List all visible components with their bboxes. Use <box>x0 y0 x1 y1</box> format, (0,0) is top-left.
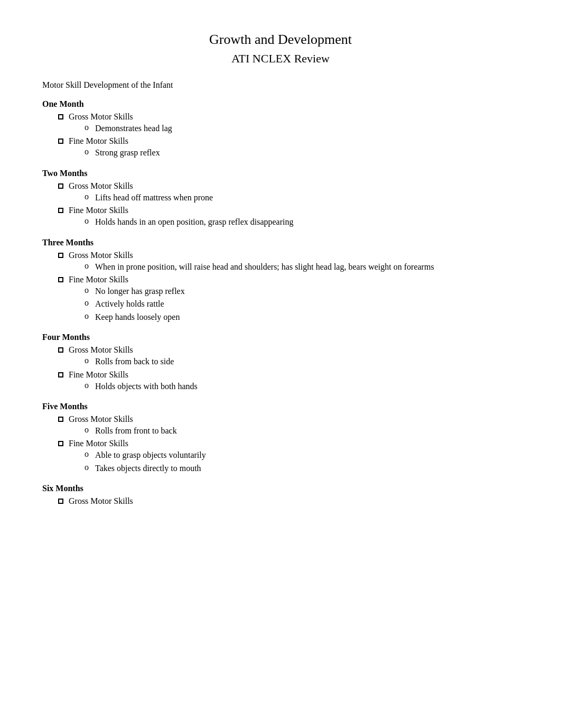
skill-category-label-0-0: Gross Motor Skills <box>69 112 133 122</box>
bullet-icon-5-0 <box>58 499 63 504</box>
skill-text-1-0-0: Lifts head off mattress when prone <box>95 192 213 204</box>
skill-category-5-0: Gross Motor Skills <box>58 496 519 506</box>
month-section-4: Five MonthsGross Motor SkillsoRolls from… <box>42 402 519 474</box>
o-bullet-icon-4-1-0: o <box>85 449 89 459</box>
o-bullet-icon-3-0-0: o <box>85 356 89 365</box>
skill-items-3-0: oRolls from back to side <box>85 356 519 367</box>
bullet-icon-2-0 <box>58 253 63 258</box>
skill-item-0-0-0: oDemonstrates head lag <box>85 123 519 134</box>
skill-item-3-0-0: oRolls from back to side <box>85 356 519 367</box>
skill-item-0-1-0: oStrong grasp reflex <box>85 147 519 159</box>
page-title: Growth and Development <box>42 32 519 48</box>
skill-text-3-1-0: Holds objects with both hands <box>95 381 198 392</box>
skill-item-2-1-1: oActively holds rattle <box>85 298 519 310</box>
skill-items-2-0: oWhen in prone position, will raise head… <box>85 261 519 273</box>
o-bullet-icon-0-1-0: o <box>85 147 89 156</box>
o-bullet-icon-2-1-0: o <box>85 285 89 295</box>
o-bullet-icon-1-0-0: o <box>85 192 89 201</box>
month-header-5: Six Months <box>42 484 519 493</box>
o-bullet-icon-4-1-1: o <box>85 463 89 472</box>
month-section-1: Two MonthsGross Motor SkillsoLifts head … <box>42 169 519 228</box>
skill-item-4-1-1: oTakes objects directly to mouth <box>85 463 519 474</box>
o-bullet-icon-1-1-0: o <box>85 216 89 226</box>
skill-items-3-1: oHolds objects with both hands <box>85 381 519 392</box>
month-section-3: Four MonthsGross Motor SkillsoRolls from… <box>42 333 519 392</box>
bullet-icon-0-1 <box>58 139 63 144</box>
skill-category-0-1: Fine Motor Skills <box>58 136 519 146</box>
skill-text-2-1-0: No longer has grasp reflex <box>95 285 185 297</box>
o-bullet-icon-2-1-1: o <box>85 298 89 308</box>
o-bullet-icon-0-0-0: o <box>85 123 89 132</box>
bullet-icon-4-1 <box>58 441 63 446</box>
bullet-icon-3-1 <box>58 372 63 377</box>
skill-text-2-0-0: When in prone position, will raise head … <box>95 261 434 273</box>
skill-items-0-0: oDemonstrates head lag <box>85 123 519 134</box>
skill-items-2-1: oNo longer has grasp reflexoActively hol… <box>85 285 519 323</box>
month-section-2: Three MonthsGross Motor SkillsoWhen in p… <box>42 238 519 324</box>
skill-category-label-0-1: Fine Motor Skills <box>69 136 128 146</box>
skill-text-4-0-0: Rolls from front to back <box>95 425 177 437</box>
month-header-1: Two Months <box>42 169 519 178</box>
skill-category-1-1: Fine Motor Skills <box>58 206 519 215</box>
skill-item-2-1-2: oKeep hands loosely open <box>85 311 519 323</box>
skill-category-label-5-0: Gross Motor Skills <box>69 496 133 506</box>
month-header-0: One Month <box>42 99 519 109</box>
skill-item-2-0-0: oWhen in prone position, will raise head… <box>85 261 519 273</box>
skill-text-3-0-0: Rolls from back to side <box>95 356 174 367</box>
skill-text-0-1-0: Strong grasp reflex <box>95 147 160 159</box>
intro-text: Motor Skill Development of the Infant <box>42 80 519 90</box>
bullet-icon-2-1 <box>58 277 63 282</box>
bullet-icon-4-0 <box>58 417 63 422</box>
month-header-3: Four Months <box>42 333 519 342</box>
skill-category-label-4-0: Gross Motor Skills <box>69 414 133 424</box>
skill-item-4-0-0: oRolls from front to back <box>85 425 519 437</box>
o-bullet-icon-4-0-0: o <box>85 425 89 435</box>
month-header-4: Five Months <box>42 402 519 411</box>
skill-item-3-1-0: oHolds objects with both hands <box>85 381 519 392</box>
month-section-5: Six MonthsGross Motor Skills <box>42 484 519 506</box>
page-subtitle: ATI NCLEX Review <box>42 52 519 66</box>
skill-category-4-0: Gross Motor Skills <box>58 414 519 424</box>
skill-text-2-1-1: Actively holds rattle <box>95 298 164 310</box>
skill-item-1-1-0: oHolds hands in an open position, grasp … <box>85 216 519 228</box>
months-container: One MonthGross Motor SkillsoDemonstrates… <box>42 99 519 506</box>
skill-category-label-4-1: Fine Motor Skills <box>69 439 128 448</box>
skill-text-0-0-0: Demonstrates head lag <box>95 123 172 134</box>
skill-category-label-2-0: Gross Motor Skills <box>69 251 133 260</box>
o-bullet-icon-3-1-0: o <box>85 381 89 390</box>
skill-category-0-0: Gross Motor Skills <box>58 112 519 122</box>
skill-items-4-1: oAble to grasp objects voluntarilyoTakes… <box>85 449 519 474</box>
skill-items-4-0: oRolls from front to back <box>85 425 519 437</box>
skill-category-2-0: Gross Motor Skills <box>58 251 519 260</box>
skill-item-1-0-0: oLifts head off mattress when prone <box>85 192 519 204</box>
month-section-0: One MonthGross Motor SkillsoDemonstrates… <box>42 99 519 159</box>
skill-text-2-1-2: Keep hands loosely open <box>95 311 180 323</box>
skill-category-label-1-1: Fine Motor Skills <box>69 206 128 215</box>
o-bullet-icon-2-0-0: o <box>85 261 89 271</box>
skill-category-label-3-1: Fine Motor Skills <box>69 370 128 380</box>
skill-category-3-0: Gross Motor Skills <box>58 345 519 355</box>
skill-category-label-2-1: Fine Motor Skills <box>69 275 128 284</box>
skill-category-1-0: Gross Motor Skills <box>58 181 519 191</box>
skill-category-label-3-0: Gross Motor Skills <box>69 345 133 355</box>
bullet-icon-0-0 <box>58 114 63 119</box>
skill-category-label-1-0: Gross Motor Skills <box>69 181 133 191</box>
month-header-2: Three Months <box>42 238 519 247</box>
skill-text-4-1-0: Able to grasp objects voluntarily <box>95 449 206 461</box>
skill-category-4-1: Fine Motor Skills <box>58 439 519 448</box>
skill-items-1-0: oLifts head off mattress when prone <box>85 192 519 204</box>
bullet-icon-1-1 <box>58 208 63 213</box>
skill-category-3-1: Fine Motor Skills <box>58 370 519 380</box>
bullet-icon-3-0 <box>58 347 63 353</box>
skill-item-2-1-0: oNo longer has grasp reflex <box>85 285 519 297</box>
bullet-icon-1-0 <box>58 183 63 189</box>
skill-text-4-1-1: Takes objects directly to mouth <box>95 463 201 474</box>
skill-item-4-1-0: oAble to grasp objects voluntarily <box>85 449 519 461</box>
skill-items-1-1: oHolds hands in an open position, grasp … <box>85 216 519 228</box>
skill-items-0-1: oStrong grasp reflex <box>85 147 519 159</box>
skill-category-2-1: Fine Motor Skills <box>58 275 519 284</box>
skill-text-1-1-0: Holds hands in an open position, grasp r… <box>95 216 293 228</box>
o-bullet-icon-2-1-2: o <box>85 311 89 321</box>
